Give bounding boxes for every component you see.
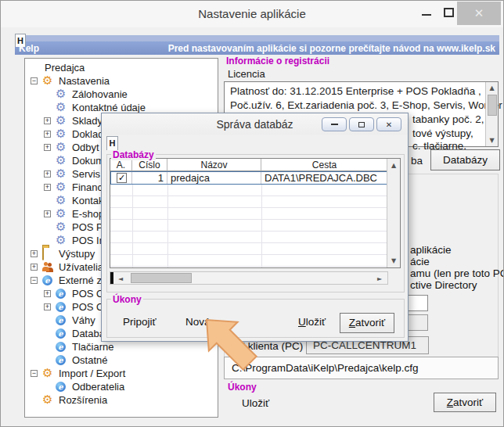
e-device-icon: e xyxy=(56,382,66,392)
empty-rows xyxy=(110,185,388,267)
close-button[interactable]: ✕ xyxy=(457,2,501,25)
button-label-rest: atvoriť xyxy=(453,396,483,408)
expand-icon[interactable]: + xyxy=(44,210,51,217)
tab-h[interactable]: H xyxy=(15,34,26,47)
databases-button[interactable]: Databázy xyxy=(430,149,500,170)
option-label-fragment: amu (len pre toto PC) xyxy=(410,267,504,279)
minimize-icon[interactable] xyxy=(422,14,431,16)
gear-icon xyxy=(42,394,54,406)
gear-icon xyxy=(56,195,67,206)
tree-item-label: Váhy xyxy=(72,314,95,326)
tree-item[interactable]: −Nastavenia xyxy=(25,74,218,88)
expand-icon[interactable]: + xyxy=(44,184,51,191)
gear-icon xyxy=(56,221,67,233)
collapse-icon[interactable]: − xyxy=(31,277,38,284)
tree-item[interactable]: eOdberatelia xyxy=(25,380,218,393)
settings-window: Nastavenie aplikácie ✕ H Kelp Pred nasta… xyxy=(0,0,504,427)
e-device-icon: e xyxy=(56,328,66,339)
scrollbar-thumb[interactable] xyxy=(488,95,497,116)
scrollbar-thumb[interactable] xyxy=(131,273,192,283)
expand-icon[interactable]: + xyxy=(31,264,38,271)
scroll-right-icon[interactable]: ► xyxy=(373,275,386,282)
tree-item[interactable]: Predajca xyxy=(25,61,218,74)
config-path-box: C:\ProgramData\iKelp\Predajca\kelp.cfg xyxy=(224,357,499,379)
license-scrollbar[interactable]: ▲ ▼ xyxy=(485,82,498,146)
column-header[interactable]: Názov xyxy=(167,159,261,171)
collapse-icon[interactable]: − xyxy=(31,77,38,84)
table-vscrollbar[interactable]: ▲ ▼ xyxy=(387,159,400,267)
config-path: C:\ProgramData\iKelp\Predajca\kelp.cfg xyxy=(232,362,419,374)
scroll-down-icon[interactable]: ▼ xyxy=(387,257,400,264)
tree-item-label: Výstupy xyxy=(59,248,95,260)
gear-icon xyxy=(56,181,67,193)
expand-icon[interactable]: + xyxy=(31,250,38,257)
maximize-icon[interactable] xyxy=(444,8,454,17)
expand-icon[interactable]: + xyxy=(44,303,51,310)
dialog-actions-label: Úkony xyxy=(111,294,143,305)
gear-icon xyxy=(42,75,54,87)
tree-item-label: Kontaktné údaje xyxy=(72,102,146,113)
tree-item-label: Predajca xyxy=(45,62,85,74)
save-button[interactable]: Uložiť xyxy=(242,397,269,409)
tree-item-label: Sklady xyxy=(72,115,103,127)
column-header[interactable]: A. xyxy=(110,159,132,171)
close-window-button[interactable]: Zatvoriť xyxy=(434,393,496,412)
scroll-down-icon[interactable]: ▼ xyxy=(486,137,498,144)
collapse-icon[interactable]: − xyxy=(31,370,38,377)
expand-icon[interactable]: + xyxy=(44,170,51,178)
table-row-selected[interactable]: ✓ 1 predajca DATA1\PREDAJCA.DBC xyxy=(110,171,388,185)
udrzba-button-fragment[interactable]: ba xyxy=(411,155,423,167)
restore-icon xyxy=(358,122,365,127)
gear-icon xyxy=(56,208,67,220)
expand-icon[interactable]: + xyxy=(44,117,51,124)
window-titlebar[interactable]: Nastavenie aplikácie ✕ xyxy=(1,1,503,27)
tree-item-label: Nastavenia xyxy=(59,75,110,87)
tree-item[interactable]: eTlačiarne xyxy=(25,340,218,353)
scroll-left-icon[interactable]: ◄ xyxy=(114,275,127,282)
license-line-fragment: tové výstupy, xyxy=(412,127,473,139)
dialog-titlebar[interactable]: Správa databáz ✕ xyxy=(102,113,408,135)
minimize-icon xyxy=(331,124,338,125)
connect-button[interactable]: Pripojiť xyxy=(123,316,157,328)
gear-icon xyxy=(56,142,67,153)
cell-number: 1 xyxy=(132,172,167,184)
tree-item[interactable]: eOstatné xyxy=(25,353,218,367)
dialog-restore-button[interactable] xyxy=(349,117,374,131)
license-label: Licencia xyxy=(228,68,265,80)
tree-item[interactable]: Zálohovanie xyxy=(25,88,218,101)
info-banner: Kelp Pred nastavovaním aplikácie si pozo… xyxy=(15,41,499,55)
databases-table[interactable]: A. Číslo Názov Cesta ✓ 1 predajca DATA1\… xyxy=(110,158,401,268)
banner-notice: Pred nastavovaním aplikácie si pozorne p… xyxy=(168,43,495,54)
expand-icon[interactable]: + xyxy=(44,290,51,297)
column-header[interactable]: Cesta xyxy=(261,159,388,171)
dialog-close-button[interactable]: ✕ xyxy=(376,117,401,131)
banner-strip xyxy=(25,35,499,41)
ikelp-logo-icon xyxy=(28,62,40,74)
tree-item[interactable]: Rozšírenia xyxy=(25,393,218,407)
new-button[interactable]: Nová xyxy=(185,316,211,328)
expand-icon[interactable]: + xyxy=(44,131,51,138)
tree-item-label: Odberatelia xyxy=(72,381,124,393)
table-hscrollbar[interactable]: ◄ ► xyxy=(110,271,388,285)
tree-item-label: Rozšírenia xyxy=(59,394,107,406)
tree-item-label: Ostatné xyxy=(72,354,108,366)
e-device-icon: e xyxy=(56,302,66,312)
column-header[interactable]: Číslo xyxy=(132,159,167,171)
close-icon: ✕ xyxy=(474,6,484,20)
gear-icon xyxy=(56,115,67,127)
accel-letter: Z xyxy=(447,396,453,408)
tree-item[interactable]: −Import / Export xyxy=(25,367,218,380)
accel-letter: U xyxy=(298,316,306,328)
license-line-fragment: tabanky poč. 2, xyxy=(412,113,484,125)
dialog-minimize-button[interactable] xyxy=(322,117,347,131)
e-device-icon: e xyxy=(56,342,66,352)
expand-icon[interactable]: + xyxy=(44,144,51,151)
scroll-up-icon[interactable]: ▲ xyxy=(486,84,498,92)
scroll-up-icon[interactable]: ▲ xyxy=(387,162,400,169)
dialog-close-action-button[interactable]: Zatvoriť xyxy=(340,313,394,333)
dialog-tab-h[interactable]: H xyxy=(106,136,118,150)
databases-group-label: Databázy xyxy=(111,149,156,160)
license-line: Poč.užív. 6, Ext.zariadenia poč. 3, E-Sh… xyxy=(230,99,482,113)
active-checkbox[interactable]: ✓ xyxy=(117,173,127,183)
dialog-save-button[interactable]: Uložiť xyxy=(298,316,326,328)
